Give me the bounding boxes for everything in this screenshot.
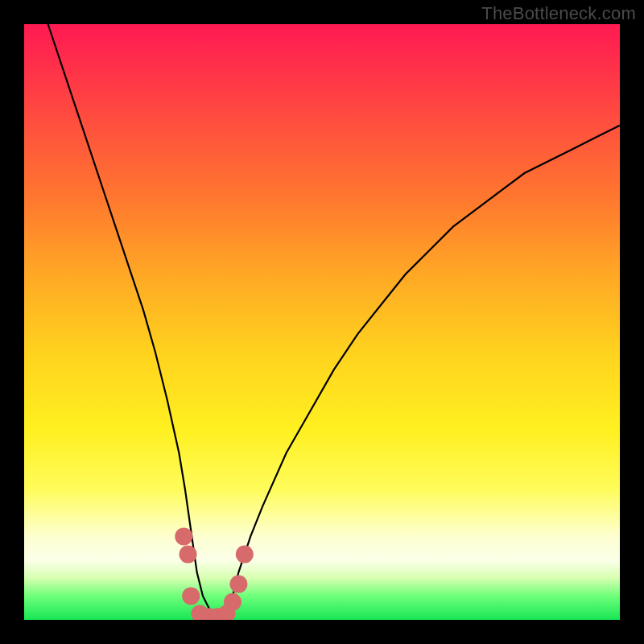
highlight-marker <box>236 546 254 564</box>
plot-area <box>24 24 620 620</box>
highlight-marker <box>229 576 247 593</box>
highlight-marker <box>224 593 242 611</box>
chart-frame: TheBottleneck.com <box>0 0 644 644</box>
watermark-text: TheBottleneck.com <box>481 3 636 24</box>
bottleneck-curve-path <box>48 24 620 617</box>
highlight-markers <box>175 527 253 620</box>
highlight-marker <box>180 546 197 564</box>
bottleneck-curve <box>48 24 620 617</box>
chart-svg <box>24 24 620 620</box>
highlight-marker <box>175 527 192 545</box>
highlight-marker <box>182 587 200 605</box>
